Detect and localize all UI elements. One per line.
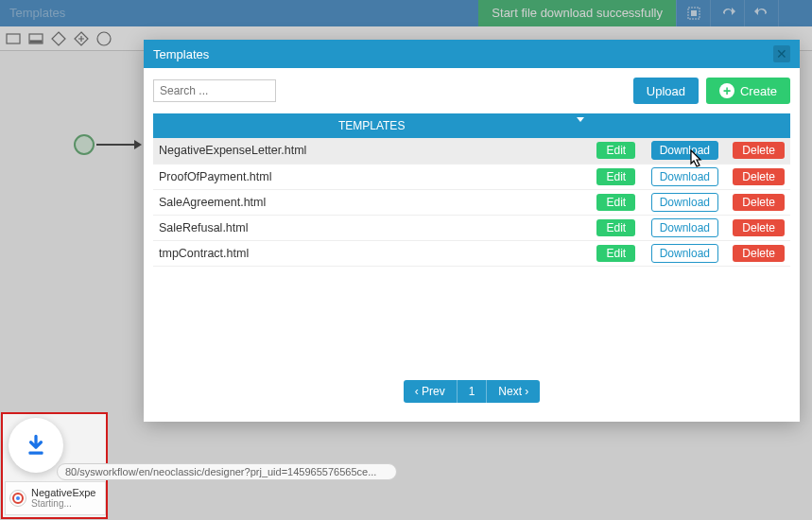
download-chip-text: NegativeExpe Starting... xyxy=(31,487,96,510)
templates-modal: Templates ✕ Upload + Create TEMPLATES xyxy=(144,40,800,422)
page-number[interactable]: 1 xyxy=(457,380,488,403)
template-name-cell: SaleRefusal.html xyxy=(153,215,590,240)
template-name-cell: SaleAgreement.html xyxy=(153,189,590,215)
download-button[interactable]: Download xyxy=(651,218,718,237)
download-button[interactable]: Download xyxy=(651,141,718,160)
delete-button[interactable]: Delete xyxy=(733,245,785,262)
table-row: ProofOfPayment.htmlEditDownloadDelete xyxy=(153,164,790,189)
modal-title: Templates xyxy=(153,47,209,61)
table-row: NegativeExpenseLetter.htmlEditDownloadDe… xyxy=(153,138,790,164)
table-row: tmpContract.htmlEditDownloadDelete xyxy=(153,240,790,266)
create-label: Create xyxy=(740,84,777,98)
template-name-cell: NegativeExpenseLetter.html xyxy=(153,138,590,164)
download-button[interactable]: Download xyxy=(651,244,718,263)
next-page-button[interactable]: Next › xyxy=(487,380,540,403)
download-filename: NegativeExpe xyxy=(31,487,96,498)
modal-body: Upload + Create TEMPLATES Negative xyxy=(144,68,800,422)
template-name-cell: ProofOfPayment.html xyxy=(153,164,590,189)
pagination: ‹ Prev 1 Next › xyxy=(153,380,790,403)
templates-table: TEMPLATES NegativeExpenseLetter.htmlEdit… xyxy=(153,113,790,267)
plus-icon: + xyxy=(719,83,734,98)
upload-button[interactable]: Upload xyxy=(633,78,699,104)
svg-point-8 xyxy=(16,496,20,500)
column-header-label: TEMPLATES xyxy=(338,119,405,132)
edit-button[interactable]: Edit xyxy=(596,245,635,262)
close-icon: ✕ xyxy=(776,46,787,61)
template-name-cell: tmpContract.html xyxy=(153,240,590,266)
download-button[interactable]: Download xyxy=(651,167,718,186)
table-row: SaleAgreement.htmlEditDownloadDelete xyxy=(153,189,790,215)
delete-button[interactable]: Delete xyxy=(733,219,785,236)
modal-close-button[interactable]: ✕ xyxy=(773,45,790,62)
modal-header[interactable]: Templates ✕ xyxy=(144,40,800,68)
svg-rect-6 xyxy=(28,452,43,455)
create-button[interactable]: + Create xyxy=(706,78,790,104)
column-header-edit xyxy=(590,113,642,138)
delete-button[interactable]: Delete xyxy=(733,168,785,185)
prev-page-button[interactable]: ‹ Prev xyxy=(404,380,457,403)
download-arrow-icon xyxy=(24,433,48,458)
sort-caret-icon xyxy=(577,117,584,122)
download-chip[interactable]: NegativeExpe Starting... xyxy=(5,481,106,515)
edit-button[interactable]: Edit xyxy=(596,219,635,236)
download-status: Starting... xyxy=(31,498,96,510)
chrome-file-icon xyxy=(9,490,26,507)
download-bubble xyxy=(9,418,63,473)
column-header-download xyxy=(642,113,727,138)
edit-button[interactable]: Edit xyxy=(596,168,635,185)
url-bar: 80/sysworkflow/en/neoclassic/designer?pr… xyxy=(57,463,397,480)
table-row: SaleRefusal.htmlEditDownloadDelete xyxy=(153,215,790,240)
modal-toolbar: Upload + Create xyxy=(153,78,790,104)
column-header-delete xyxy=(727,113,790,138)
edit-button[interactable]: Edit xyxy=(596,142,635,159)
download-button[interactable]: Download xyxy=(651,193,718,212)
edit-button[interactable]: Edit xyxy=(596,194,635,211)
column-header-templates[interactable]: TEMPLATES xyxy=(153,113,590,138)
download-highlight-box: 80/sysworkflow/en/neoclassic/designer?pr… xyxy=(1,412,108,519)
delete-button[interactable]: Delete xyxy=(733,142,785,159)
delete-button[interactable]: Delete xyxy=(733,194,785,211)
search-input[interactable] xyxy=(153,79,276,102)
